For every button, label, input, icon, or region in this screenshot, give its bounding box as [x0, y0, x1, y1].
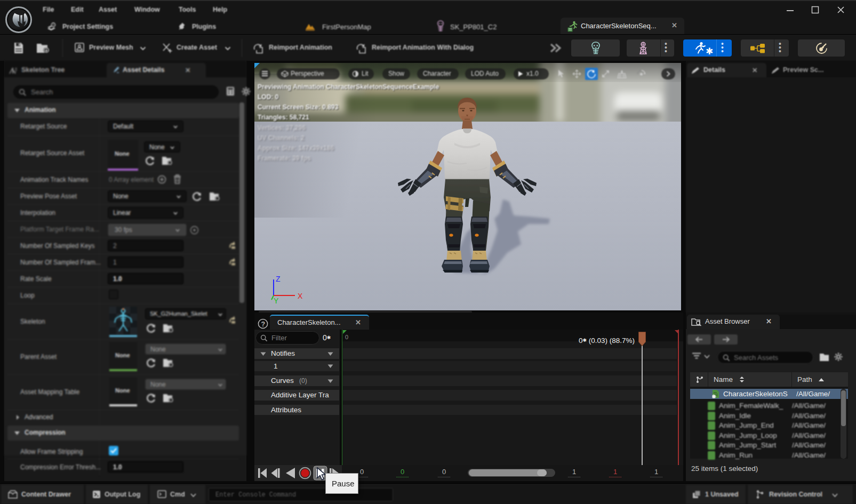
svg-text:Y: Y — [274, 297, 279, 305]
svg-text:?: ? — [261, 321, 266, 328]
svg-text:Z: Z — [276, 275, 281, 283]
svg-text:X: X — [298, 292, 303, 300]
